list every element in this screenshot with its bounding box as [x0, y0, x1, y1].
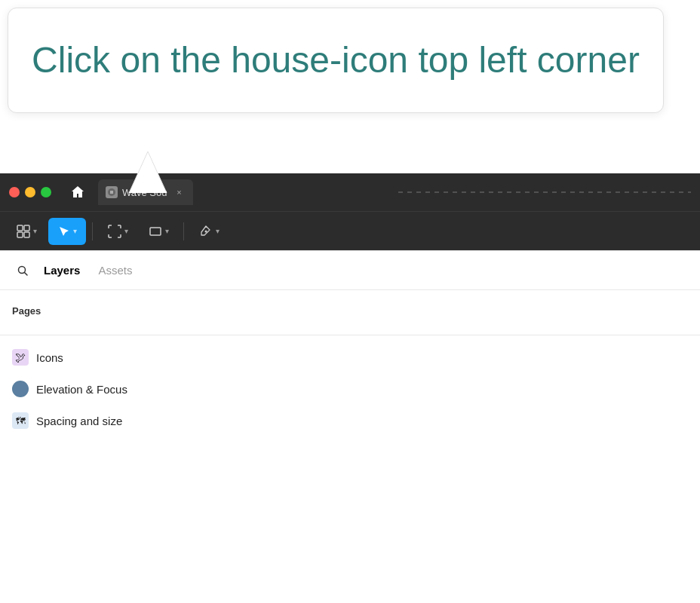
pages-section: Pages — [0, 290, 700, 335]
svg-rect-4 — [17, 232, 23, 237]
elevation-page-icon: ● — [12, 381, 29, 397]
svg-rect-3 — [24, 225, 29, 231]
traffic-lights — [9, 187, 51, 197]
icons-page-label: Icons — [36, 351, 63, 364]
list-item[interactable]: ● Elevation & Focus — [0, 373, 700, 405]
minimize-button[interactable] — [25, 187, 35, 197]
select-tool-chevron: ▾ — [73, 227, 77, 235]
search-button[interactable] — [12, 260, 33, 281]
app-container: Wave Sou × ▾ ▾ — [0, 173, 700, 603]
page-list: 🕊 Icons ● Elevation & Focus 🗺 Spacing an… — [0, 341, 700, 436]
tab-close-button[interactable]: × — [173, 186, 186, 198]
tab-favicon — [106, 186, 118, 198]
home-icon-button[interactable] — [65, 179, 91, 205]
elevation-page-label: Elevation & Focus — [36, 383, 127, 396]
select-tool-button[interactable]: ▾ — [48, 218, 86, 245]
layers-sidebar: Layers Assets Pages 🕊 Icons ● Elevation … — [0, 250, 700, 603]
figma-icon — [107, 188, 116, 197]
sidebar-tab-bar: Layers Assets — [0, 251, 700, 290]
select-icon — [58, 225, 70, 237]
pen-tool-button[interactable]: ▾ — [190, 218, 228, 245]
pages-header: Pages — [12, 305, 688, 317]
fullscreen-button[interactable] — [41, 187, 51, 197]
list-item[interactable]: 🗺 Spacing and size — [0, 405, 700, 436]
grid-tool-button[interactable]: ▾ — [8, 218, 45, 245]
search-icon — [17, 265, 29, 277]
spacing-page-label: Spacing and size — [36, 415, 122, 427]
tooltip-arrow — [125, 152, 170, 193]
spacing-page-icon: 🗺 — [12, 412, 29, 429]
rectangle-tool-chevron: ▾ — [165, 227, 169, 235]
empty-tab-area — [398, 191, 691, 193]
assets-tab[interactable]: Assets — [91, 259, 140, 281]
toolbar-divider-2 — [183, 222, 184, 240]
frame-tool-chevron: ▾ — [124, 227, 128, 235]
pen-icon — [199, 225, 213, 238]
close-button[interactable] — [9, 187, 20, 197]
svg-rect-5 — [24, 232, 29, 237]
frame-tool-button[interactable]: ▾ — [99, 218, 137, 245]
svg-line-17 — [25, 272, 28, 275]
pages-divider — [0, 335, 700, 335]
rectangle-tool-button[interactable]: ▾ — [140, 218, 177, 245]
toolbar: ▾ ▾ ▾ ▾ — [0, 211, 700, 250]
grid-icon — [17, 225, 30, 238]
grid-tool-chevron: ▾ — [33, 227, 37, 235]
icons-page-icon: 🕊 — [12, 349, 29, 366]
tooltip-text: Click on the house-icon top left corner — [31, 38, 640, 82]
layers-tab[interactable]: Layers — [36, 259, 88, 281]
toolbar-divider-1 — [92, 222, 93, 240]
svg-rect-2 — [17, 225, 23, 231]
pen-tool-chevron: ▾ — [216, 227, 220, 235]
frame-icon — [108, 225, 121, 238]
list-item[interactable]: 🕊 Icons — [0, 341, 700, 373]
house-icon — [70, 185, 85, 200]
svg-point-15 — [204, 230, 207, 232]
title-bar: Wave Sou × — [0, 173, 700, 211]
svg-rect-14 — [150, 228, 161, 235]
rectangle-icon — [149, 225, 162, 238]
instruction-tooltip: Click on the house-icon top left corner — [8, 8, 664, 113]
